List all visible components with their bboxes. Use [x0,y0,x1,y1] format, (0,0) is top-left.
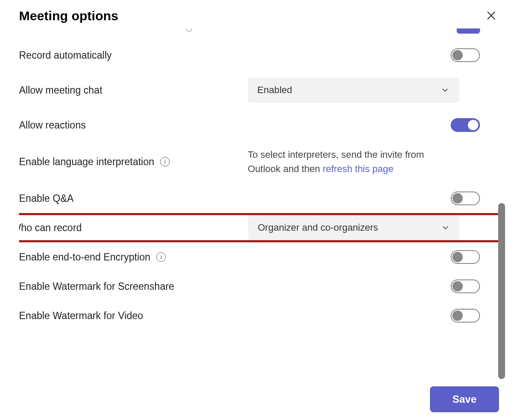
dropdown-value: Enabled [257,85,292,96]
info-icon[interactable]: i [156,252,166,262]
refresh-page-link[interactable]: refresh this page [323,163,394,174]
dialog-title: Meeting options [19,9,118,23]
row-language-interpretation: Enable language interpretation i To sele… [19,140,499,184]
toggle-watermark-video[interactable] [451,309,480,323]
close-icon [486,10,497,23]
toggle-record-automatically[interactable] [451,48,480,62]
options-scroll-area[interactable]: Record automatically Allow meeting chat … [19,28,499,356]
toggle-allow-reactions[interactable] [451,118,480,132]
toggle-enable-qa[interactable] [451,191,480,205]
row-allow-meeting-chat: Allow meeting chat Enabled [19,70,499,110]
option-label: Record automatically [19,50,248,61]
option-label: Enable Watermark for Screenshare [19,281,248,292]
info-icon[interactable]: i [160,157,170,166]
close-button[interactable] [483,9,499,24]
option-label: Allow reactions [19,119,248,131]
save-button[interactable]: Save [430,386,499,412]
toggle-watermark-screenshare[interactable] [451,279,480,293]
row-record-automatically: Record automatically [19,41,499,70]
option-label: Enable end-to-end Encryption i [19,251,248,263]
partial-toggle-above [457,28,480,34]
dropdown-value: Organizer and co-organizers [258,222,378,233]
row-watermark-screenshare: Enable Watermark for Screenshare [19,272,499,301]
dropdown-who-can-record[interactable]: Organizer and co-organizers [248,215,460,240]
option-label: Enable language interpretation i [19,156,248,168]
option-label: Enable Watermark for Video [19,310,248,322]
meeting-options-dialog: Meeting options Record automatically All… [0,0,518,420]
option-label: Who can record [19,222,248,234]
chevron-down-icon [441,223,450,232]
row-who-can-record: Who can record Organizer and co-organize… [19,213,499,242]
row-allow-reactions: Allow reactions [19,110,499,140]
row-enable-qa: Enable Q&A [19,184,499,213]
option-label: Allow meeting chat [19,85,248,96]
row-e2e-encryption: Enable end-to-end Encryption i [19,242,499,272]
option-label: Enable Q&A [19,193,248,204]
scrollbar-thumb[interactable] [498,203,505,379]
language-interpretation-hint: To select interpreters, send the invite … [248,147,459,176]
chevron-down-icon [440,85,450,95]
row-watermark-video: Enable Watermark for Video [19,301,499,330]
dialog-header: Meeting options [0,0,518,28]
toggle-e2e-encryption[interactable] [451,250,480,264]
dropdown-allow-meeting-chat[interactable]: Enabled [248,78,459,103]
dialog-content: Record automatically Allow meeting chat … [0,28,518,365]
dialog-footer: Save [430,386,499,412]
